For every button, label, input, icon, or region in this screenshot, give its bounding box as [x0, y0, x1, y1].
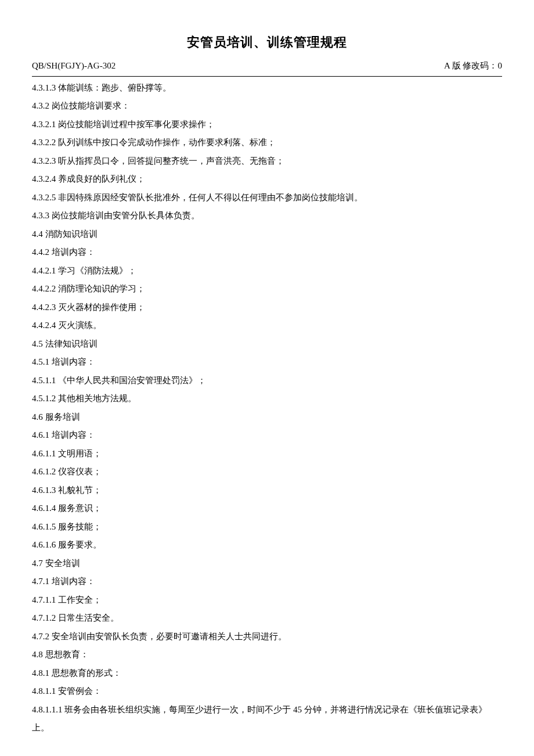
content-line: 4.5.1.1 《中华人民共和国治安管理处罚法》； — [32, 372, 502, 390]
content-line: 4.6.1.2 仪容仪表； — [32, 463, 502, 481]
content-line: 4.6.1.6 服务要求。 — [32, 536, 502, 555]
content-line: 4.6.1.4 服务意识； — [32, 499, 502, 518]
content-line: 4.7.2 安全培训由安管队长负责，必要时可邀请相关人士共同进行。 — [32, 628, 502, 646]
content-line: 4.3.1.3 体能训练：跑步、俯卧撑等。 — [32, 79, 502, 98]
content-line: 4.5.1 培训内容： — [32, 353, 502, 372]
content-line: 4.6.1.3 礼貌礼节； — [32, 481, 502, 500]
content-line: 4.5 法律知识培训 — [32, 335, 502, 354]
content-line: 4.3.2.1 岗位技能培训过程中按军事化要求操作； — [32, 116, 502, 134]
content-line: 4.6.1.5 服务技能； — [32, 518, 502, 537]
content-line: 4.6.1.1 文明用语； — [32, 445, 502, 463]
content-line: 4.4 消防知识培训 — [32, 225, 502, 244]
content-line: 4.7.1.2 日常生活安全。 — [32, 609, 502, 628]
content-line: 4.8.1 思想教育的形式： — [32, 664, 502, 683]
content-line: 4.4.2.4 灭火演练。 — [32, 316, 502, 335]
content-line: 4.4.2.2 消防理论知识的学习； — [32, 280, 502, 298]
content-line: 4.7.1.1 工作安全； — [32, 591, 502, 610]
content-line: 4.8.1.1.1 班务会由各班长组织实施，每周至少进行一次，时间不少于 45 … — [32, 701, 502, 737]
content-line: 4.7 安全培训 — [32, 555, 502, 573]
content-line: 4.8 思想教育： — [32, 646, 502, 664]
content-line: 4.4.2.3 灭火器材的操作使用； — [32, 298, 502, 317]
content-line: 4.3.2.3 听从指挥员口令，回答提问整齐统一，声音洪亮、无拖音； — [32, 152, 502, 171]
content-line: 4.3.3 岗位技能培训由安管分队长具体负责。 — [32, 207, 502, 225]
content-line: 4.6 服务培训 — [32, 408, 502, 427]
page-title: 安管员培训、训练管理规程 — [32, 29, 502, 56]
content-line: 4.3.2.4 养成良好的队列礼仪； — [32, 170, 502, 189]
doc-code: QB/SH(FGJY)-AG-302 — [32, 57, 116, 75]
content-line: 4.6.1 培训内容： — [32, 426, 502, 445]
content-line: 4.7.1 培训内容： — [32, 573, 502, 591]
content-line: 4.5.1.2 其他相关地方法规。 — [32, 390, 502, 408]
content-line: 4.8.1.1 安管例会： — [32, 682, 502, 701]
content-line: 4.4.2 培训内容： — [32, 243, 502, 262]
content-line: 4.3.2 岗位技能培训要求： — [32, 97, 502, 116]
content-body: 4.3.1.3 体能训练：跑步、俯卧撑等。4.3.2 岗位技能培训要求：4.3.… — [32, 79, 502, 737]
doc-version: A 版 修改码：0 — [444, 57, 502, 75]
content-line: 4.4.2.1 学习《消防法规》； — [32, 262, 502, 280]
content-line: 4.3.2.5 非因特殊原因经安管队长批准外，任何人不得以任何理由不参加岗位技能… — [32, 189, 502, 207]
content-line: 4.3.2.2 队列训练中按口令完成动作操作，动作要求利落、标准； — [32, 134, 502, 152]
header-row: QB/SH(FGJY)-AG-302 A 版 修改码：0 — [32, 57, 502, 77]
